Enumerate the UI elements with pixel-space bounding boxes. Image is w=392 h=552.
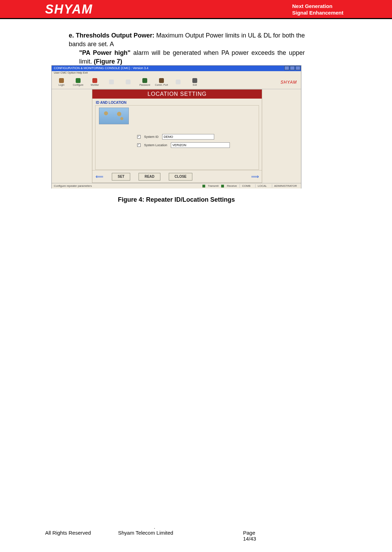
system-location-checkbox[interactable] bbox=[137, 143, 141, 147]
toolbar-blank1 bbox=[103, 76, 120, 89]
close-button[interactable]: CLOSE bbox=[169, 173, 192, 181]
footer-dot: . bbox=[118, 524, 191, 530]
next-arrow-icon[interactable]: ⟹ bbox=[251, 173, 259, 180]
blank-icon bbox=[176, 80, 181, 84]
toolbar-login-label: Login bbox=[58, 84, 64, 86]
read-button[interactable]: READ bbox=[139, 173, 160, 181]
panel-title: LOCATION SETTING bbox=[92, 90, 262, 99]
footer-company: Shyam Telecom Limited bbox=[118, 530, 243, 542]
monitor-icon bbox=[92, 78, 97, 83]
panel-buttons: ⟸ SET READ CLOSE ⟹ bbox=[92, 170, 262, 183]
exit-icon bbox=[192, 78, 197, 83]
window-titlebar: CONFIGURATION & MONITORING CONSOLE (CMC)… bbox=[52, 66, 301, 71]
footer-page-label: Page bbox=[243, 530, 312, 536]
toolbar-commport-label: Comm. Port bbox=[155, 84, 168, 86]
para-alarm: "PA Power high" bbox=[79, 49, 131, 56]
toolbar-blank3 bbox=[170, 76, 186, 89]
maximize-icon[interactable] bbox=[290, 66, 295, 70]
status-conn: LOCAL bbox=[255, 184, 269, 187]
minimize-icon[interactable] bbox=[284, 66, 289, 70]
location-panel: LOCATION SETTING ID AND LOCATION System … bbox=[92, 89, 262, 183]
prev-arrow-icon[interactable]: ⟸ bbox=[95, 173, 103, 180]
system-location-input[interactable] bbox=[171, 142, 230, 148]
para-figref: (Figure 7) bbox=[94, 58, 122, 65]
toolbar-monitor-label: Monitor bbox=[91, 84, 99, 86]
toolbar-login[interactable]: Login bbox=[53, 76, 70, 89]
status-tx: Transmit bbox=[208, 184, 219, 187]
toolbar-monitor[interactable]: Monitor bbox=[86, 76, 103, 89]
blank-icon bbox=[109, 80, 114, 84]
close-window-icon[interactable] bbox=[295, 66, 300, 70]
menu-bar[interactable]: User CMC Option Help Exit bbox=[52, 71, 301, 75]
brand-logo: SHYAM bbox=[45, 2, 93, 17]
tagline-line1: Next Generation bbox=[292, 3, 343, 9]
figure-caption: Figure 4: Repeater ID/Location Settings bbox=[51, 196, 301, 203]
system-id-input[interactable] bbox=[162, 134, 214, 140]
configure-icon bbox=[76, 78, 81, 83]
footer-rights: All Rights Reserved bbox=[45, 530, 118, 542]
tx-led-icon bbox=[202, 185, 205, 187]
system-location-label: System Location bbox=[144, 143, 167, 147]
status-role: ADMINISTRATOR bbox=[272, 184, 299, 187]
window-buttons bbox=[284, 66, 300, 70]
page-header: SHYAM Next Generation Signal Enhancement bbox=[0, 0, 392, 19]
header-tagline: Next Generation Signal Enhancement bbox=[292, 3, 343, 16]
status-mode: COMB bbox=[240, 184, 252, 187]
toolbar-exit-label: Exit bbox=[193, 84, 197, 86]
status-bar: Configure repeater parameters Transmit R… bbox=[52, 183, 301, 189]
status-rx: Receive bbox=[227, 184, 237, 187]
rx-led-icon bbox=[221, 185, 224, 187]
toolbar-brand: SHYAM bbox=[281, 80, 300, 85]
blank-icon bbox=[126, 80, 131, 84]
toolbar-exit[interactable]: Exit bbox=[186, 76, 203, 89]
set-button[interactable]: SET bbox=[112, 173, 130, 181]
toolbar-commport[interactable]: Comm. Port bbox=[153, 76, 170, 89]
commport-icon bbox=[159, 78, 164, 83]
app-screenshot: CONFIGURATION & MONITORING CONSOLE (CMC)… bbox=[51, 65, 301, 189]
toolbar-configure[interactable]: Configure bbox=[70, 76, 86, 89]
section-body: System ID System Location bbox=[95, 105, 259, 170]
toolbar-configure-label: Configure bbox=[73, 84, 83, 86]
work-area: LOCATION SETTING ID AND LOCATION System … bbox=[52, 89, 301, 183]
footer-page-number: 14/43 bbox=[243, 536, 312, 542]
system-id-checkbox[interactable] bbox=[137, 135, 141, 139]
status-message: Configure repeater parameters bbox=[54, 184, 92, 187]
system-id-label: System ID bbox=[144, 135, 159, 139]
page-footer: . All Rights Reserved Shyam Telecom Limi… bbox=[45, 524, 312, 542]
login-icon bbox=[59, 78, 64, 83]
tagline-line2: Signal Enhancement bbox=[292, 9, 343, 16]
threshold-paragraph: e. Thresholds Output Power: Maximum Outp… bbox=[69, 31, 305, 66]
toolbar-blank2 bbox=[120, 76, 136, 89]
toolbar-password[interactable]: Password bbox=[136, 76, 153, 89]
section-label: ID AND LOCATION bbox=[92, 99, 262, 105]
password-icon bbox=[142, 78, 147, 83]
para-label: e. Thresholds Output Power: bbox=[69, 32, 155, 39]
toolbar-password-label: Password bbox=[140, 84, 150, 86]
toolbar: Login Configure Monitor Password Comm. P… bbox=[52, 75, 301, 89]
window-title: CONFIGURATION & MONITORING CONSOLE (CMC)… bbox=[54, 66, 148, 70]
world-map-icon[interactable] bbox=[99, 108, 129, 124]
